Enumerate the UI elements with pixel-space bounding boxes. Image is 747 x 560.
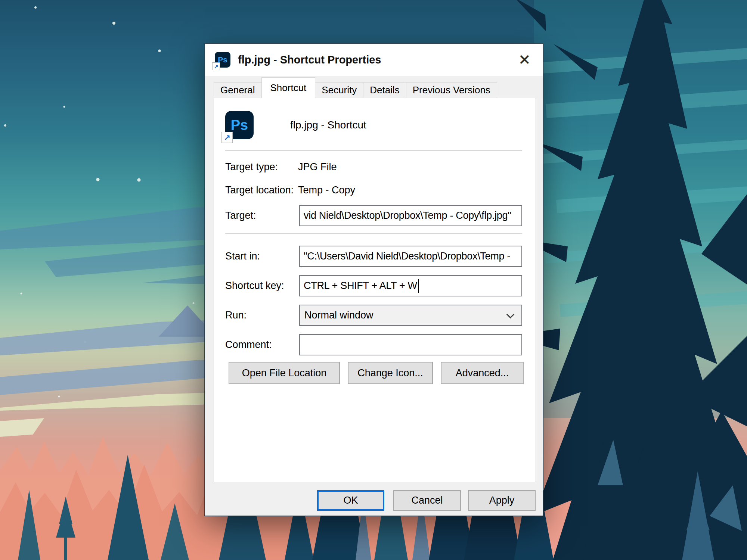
advanced-button[interactable]: Advanced... — [441, 362, 524, 384]
cancel-button[interactable]: Cancel — [393, 490, 461, 511]
start-in-input[interactable]: "C:\Users\David Nield\Desktop\Dropbox\Te… — [299, 246, 522, 267]
divider — [225, 233, 522, 234]
run-select-value: Normal window — [304, 309, 374, 321]
comment-input[interactable] — [299, 334, 522, 355]
action-button-row: Open File Location Change Icon... Advanc… — [229, 362, 524, 384]
target-location-label: Target location: — [225, 182, 299, 198]
apply-button[interactable]: Apply — [468, 490, 536, 511]
start-in-label: Start in: — [225, 246, 299, 267]
open-file-location-button[interactable]: Open File Location — [229, 362, 340, 384]
tab-shortcut[interactable]: Shortcut — [261, 77, 316, 98]
tab-label: Previous Versions — [413, 84, 490, 96]
tab-label: Details — [370, 84, 399, 96]
window-title: flp.jpg - Shortcut Properties — [238, 54, 381, 66]
tab-security[interactable]: Security — [315, 82, 363, 98]
run-label: Run: — [225, 305, 299, 326]
shortcut-tab-page: Ps ↗ flp.jpg - Shortcut Target type: JPG… — [214, 98, 535, 482]
shortcut-key-input-text: CTRL + SHIFT + ALT + W — [304, 280, 417, 292]
target-location-value: Temp - Copy — [298, 182, 355, 198]
shortcut-key-label: Shortcut key: — [225, 275, 299, 296]
title-bar[interactable]: Ps ↗ flp.jpg - Shortcut Properties ✕ — [205, 44, 543, 76]
ok-button[interactable]: OK — [317, 490, 384, 511]
tab-strip: General Shortcut Security Details Previo… — [214, 80, 497, 98]
target-input[interactable]: vid Nield\Desktop\Dropbox\Temp - Copy\fl… — [299, 205, 522, 226]
target-type-label: Target type: — [225, 159, 299, 175]
shortcut-arrow-icon: ↗ — [212, 62, 220, 70]
run-select[interactable]: Normal window — [299, 305, 522, 326]
comment-label: Comment: — [225, 334, 299, 355]
change-icon-button[interactable]: Change Icon... — [348, 362, 433, 384]
target-input-text: vid Nield\Desktop\Dropbox\Temp - Copy\fl… — [304, 210, 511, 221]
tab-label: General — [220, 84, 255, 96]
file-name: flp.jpg - Shortcut — [290, 119, 366, 131]
tab-label: Shortcut — [270, 82, 307, 94]
target-label: Target: — [225, 205, 299, 226]
tab-general[interactable]: General — [214, 82, 262, 98]
shortcut-properties-dialog: Ps ↗ flp.jpg - Shortcut Properties ✕ Gen… — [204, 43, 543, 516]
divider — [225, 150, 522, 151]
file-icon: Ps ↗ — [225, 111, 254, 139]
chevron-down-icon — [506, 311, 514, 318]
shortcut-key-input[interactable]: CTRL + SHIFT + ALT + W — [299, 275, 522, 296]
close-icon[interactable]: ✕ — [516, 52, 533, 67]
start-in-input-text: "C:\Users\David Nield\Desktop\Dropbox\Te… — [304, 251, 510, 262]
file-icon-row: Ps ↗ flp.jpg - Shortcut — [225, 110, 366, 140]
text-caret — [418, 279, 419, 293]
target-type-value: JPG File — [298, 159, 337, 175]
tab-previous-versions[interactable]: Previous Versions — [406, 82, 497, 98]
tab-details[interactable]: Details — [363, 82, 406, 98]
tab-label: Security — [322, 84, 357, 96]
shortcut-arrow-icon: ↗ — [221, 132, 233, 143]
field-patch — [0, 418, 44, 437]
app-icon: Ps ↗ — [215, 52, 230, 68]
